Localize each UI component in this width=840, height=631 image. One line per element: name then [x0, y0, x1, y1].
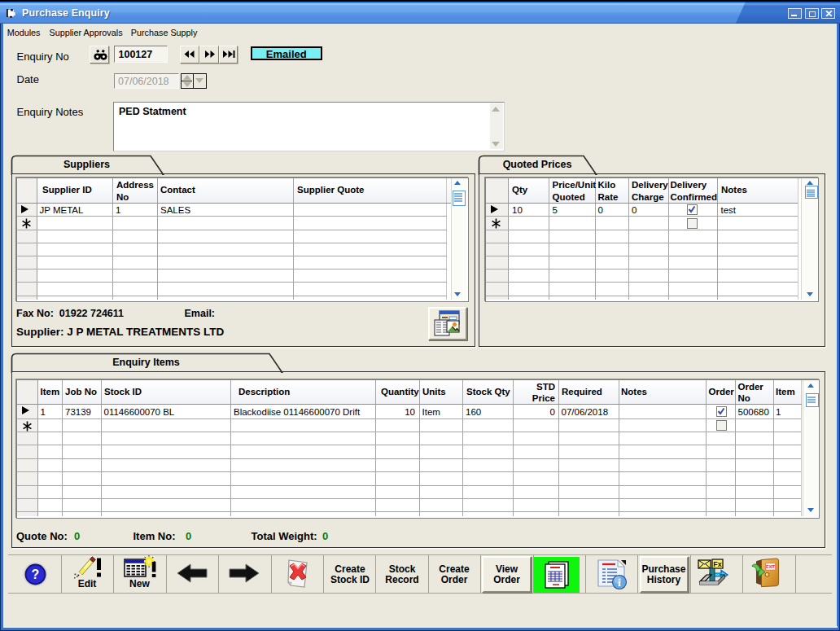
svg-text:?: ?	[32, 567, 40, 581]
svg-text:i: i	[618, 576, 621, 589]
svg-text:Fx: Fx	[713, 560, 722, 568]
svg-text:EXIT: EXIT	[766, 564, 776, 569]
